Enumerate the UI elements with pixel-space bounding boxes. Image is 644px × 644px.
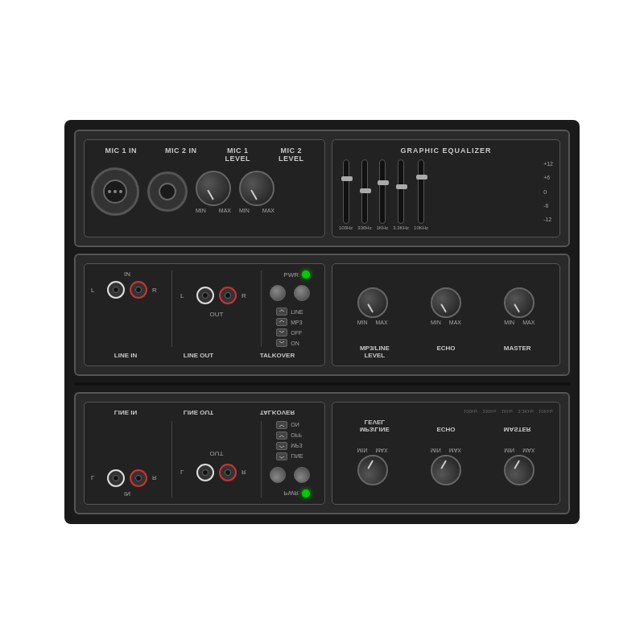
freq-label-1khz: 1KHz xyxy=(377,225,389,230)
slider-handle-10khz[interactable] xyxy=(416,175,427,180)
freq-label-33khz: 3.3KHz xyxy=(393,225,409,230)
separator xyxy=(74,382,570,386)
rca-in-pair xyxy=(107,281,147,299)
rca-r-out: R xyxy=(242,292,253,299)
reflected-rca-in-red xyxy=(130,469,147,487)
reflected-talkover-button-2 xyxy=(294,467,310,483)
reflected-controls-knobs: MIN MAX MIN MAX MIN MAX xyxy=(339,436,553,497)
reflected-echo-min: MIN xyxy=(431,448,441,454)
mp3-min-label: MIN xyxy=(357,320,368,325)
slider-handle-330hz[interactable] xyxy=(360,188,371,193)
eq-scale-plus6: +6 xyxy=(543,175,553,180)
reflected-on-label: ON xyxy=(291,423,299,428)
mid-panel: IN L R L xyxy=(74,254,570,376)
mp3-switch-icon[interactable] xyxy=(276,318,287,326)
off-switch-icon[interactable] xyxy=(276,328,287,336)
slider-track-33khz[interactable] xyxy=(398,159,404,224)
rca-in-red xyxy=(130,281,147,299)
talkover-button-2[interactable] xyxy=(294,285,310,301)
reflected-echo-max: MAX xyxy=(449,448,461,454)
reflected-line-section: IN L R L xyxy=(84,402,325,505)
eq-slider-100hz: 100Hz xyxy=(339,159,353,230)
rca-out-row: L R xyxy=(180,287,253,304)
mic1-level-label-group: MIC 1LEVEL xyxy=(225,147,250,163)
switch-row-on: ON xyxy=(276,339,303,347)
reflected-rca-out-red-inner xyxy=(225,469,231,476)
reflected-out-label: OUT xyxy=(180,450,253,457)
freq-label-100hz: 100Hz xyxy=(339,225,353,230)
mic1-level-knob[interactable] xyxy=(196,171,231,206)
reflected-rca-out-pair xyxy=(196,464,237,481)
pwr-label: PWR xyxy=(283,271,299,279)
reflected-switch-line: LINE xyxy=(276,452,303,460)
switch-row-line: LINE xyxy=(276,308,303,316)
slider-handle-33khz[interactable] xyxy=(396,184,407,189)
master-group: MIN MAX xyxy=(504,287,535,325)
eq-title: GRAPHIC EQUALIZER xyxy=(339,147,553,155)
echo-group: MIN MAX xyxy=(431,287,461,325)
slider-handle-100hz[interactable] xyxy=(341,176,353,181)
rca-r-in: R xyxy=(152,287,163,294)
rca-in-row: L R xyxy=(91,281,163,299)
rca-l-out: L xyxy=(180,292,192,299)
rca-in-white-inner xyxy=(113,287,119,293)
rca-out-red-inner xyxy=(225,292,231,299)
mp3-line-level-knob[interactable] xyxy=(357,287,388,318)
rca-l-in: L xyxy=(91,287,102,294)
reflected-mp3-switch-icon xyxy=(276,442,287,450)
rca-out-white xyxy=(196,287,214,304)
off-switch-label: OFF xyxy=(291,330,302,336)
switch-row-mp3: MP3 xyxy=(276,318,303,326)
reflected-mp3-line-label: MP3/LINELEVEL xyxy=(354,419,394,433)
reflected-master-group: MIN MAX xyxy=(504,448,535,486)
line-switch-label: LINE xyxy=(291,309,303,315)
mic2-in-label: MIC 2 IN xyxy=(165,147,197,155)
eq-scale: +12 +6 0 -6 -12 xyxy=(543,159,553,224)
slider-handle-1khz[interactable] xyxy=(378,180,389,185)
reflected-rca-in-white xyxy=(107,469,125,487)
reflected-pwr-label: PWR xyxy=(283,490,299,497)
reflected-rca-l-in: L xyxy=(91,475,102,482)
xlr-connector xyxy=(91,167,139,216)
mic1-label-group: MIC 1 IN xyxy=(105,147,137,163)
mp3-line-level-group: MIN MAX xyxy=(357,287,388,325)
reflected-rca-out-row: L R xyxy=(180,464,253,481)
echo-min-label: MIN xyxy=(431,320,441,325)
reflected-echo-label: ECHO xyxy=(426,419,466,433)
line-switch-icon[interactable] xyxy=(276,308,287,316)
talkover-button-1[interactable] xyxy=(270,285,286,301)
echo-knob[interactable] xyxy=(431,287,461,318)
reflected-rca-r-in: R xyxy=(152,475,163,482)
eq-slider-33khz: 3.3KHz xyxy=(393,159,409,230)
reflected-line-in-label: LINE IN xyxy=(114,409,137,416)
mic2-level-knob[interactable] xyxy=(239,171,275,206)
on-switch-icon[interactable] xyxy=(276,339,287,347)
line-in-bottom-label: LINE IN xyxy=(114,352,137,359)
reflected-controls-section: MIN MAX MIN MAX MIN MAX xyxy=(332,402,560,505)
line-section: IN L R L xyxy=(84,263,325,366)
top-panel: MIC 1 IN MIC 2 IN MIC 1LEVEL MIC 2LEVEL xyxy=(74,130,570,247)
reflected-rca-in-row: L R xyxy=(91,469,163,487)
mic2-max-label: MAX xyxy=(262,208,275,213)
master-knob[interactable] xyxy=(504,287,535,318)
talkover-bottom-label: TALKOVER xyxy=(260,352,295,359)
slider-track-1khz[interactable] xyxy=(379,159,386,224)
master-min-label: MIN xyxy=(504,320,514,325)
reflected-mp3-min-max: MIN MAX xyxy=(357,448,388,454)
xlr-pin xyxy=(114,190,117,193)
mic1-min-max: MIN MAX xyxy=(196,208,231,213)
reflected-mp3-line-group: MIN MAX xyxy=(357,448,388,486)
slider-track-10khz[interactable] xyxy=(418,159,424,224)
mp3-min-max: MIN MAX xyxy=(357,320,388,325)
reflected-rca-out-white-inner xyxy=(202,469,208,476)
mic1-level-label: MIC 1LEVEL xyxy=(225,147,250,163)
reflected-on-switch-icon xyxy=(276,421,287,429)
mic1-knob-group: MIN MAX xyxy=(196,171,231,213)
reflected-echo-min-max: MIN MAX xyxy=(431,448,461,454)
echo-min-max: MIN MAX xyxy=(431,320,461,325)
slider-track-330hz[interactable] xyxy=(361,159,368,224)
mic2-level-label: MIC 2LEVEL xyxy=(279,147,304,163)
slider-track-100hz[interactable] xyxy=(343,159,349,224)
eq-scale-minus12: -12 xyxy=(543,217,553,222)
xlr-pin xyxy=(108,190,111,193)
